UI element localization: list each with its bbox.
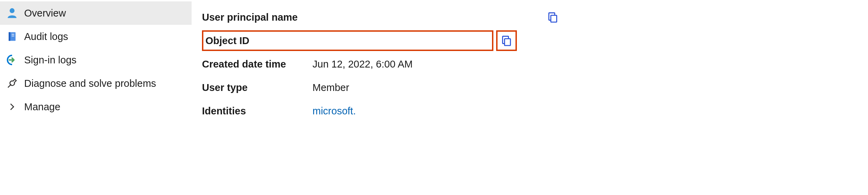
property-panel: User principal name Object ID Created da… [192,0,868,195]
sidebar-item-label: Sign-in logs [24,54,77,66]
svg-rect-5 [551,15,557,22]
notebook-icon [6,31,18,42]
property-label: User type [202,82,312,93]
sidebar-item-label: Overview [24,8,66,19]
row-created-date-time: Created date time Jun 12, 2022, 6:00 AM [202,52,868,76]
property-label: Object ID [205,35,316,47]
signin-icon [6,54,18,66]
svg-point-0 [10,8,15,13]
copy-icon [547,11,559,23]
sidebar-item-label: Diagnose and solve problems [24,78,156,89]
svg-rect-2 [9,32,10,41]
sidebar-item-label: Manage [24,101,60,113]
sidebar-item-diagnose[interactable]: Diagnose and solve problems [0,72,192,95]
sidebar-item-audit-logs[interactable]: Audit logs [0,25,192,48]
row-user-type: User type Member [202,76,868,99]
sidebar-item-signin-logs[interactable]: Sign-in logs [0,48,192,72]
svg-rect-6 [504,39,510,45]
sidebar: Overview Audit logs Sign-in logs Diagnos… [0,0,192,195]
sidebar-item-overview[interactable]: Overview [0,1,192,25]
property-value: Jun 12, 2022, 6:00 AM [312,59,868,70]
sidebar-item-label: Audit logs [24,31,68,42]
row-user-principal-name: User principal name [202,6,868,29]
property-value-link[interactable]: microsoft. [312,105,868,117]
person-icon [6,7,18,19]
copy-button-upn[interactable] [546,10,560,24]
svg-rect-4 [12,36,15,37]
row-identities: Identities microsoft. [202,99,868,123]
row-object-id: Object ID [202,29,868,52]
property-label: Created date time [202,59,312,70]
property-label: User principal name [202,12,312,23]
svg-rect-3 [12,34,15,35]
property-value: Member [312,82,868,93]
wrench-icon [6,78,18,89]
object-id-highlight: Object ID [202,30,493,51]
copy-icon [501,35,512,47]
sidebar-item-manage[interactable]: Manage [0,95,192,119]
property-label: Identities [202,105,312,117]
chevron-right-icon [6,101,18,113]
copy-button-object-id[interactable] [496,30,517,51]
